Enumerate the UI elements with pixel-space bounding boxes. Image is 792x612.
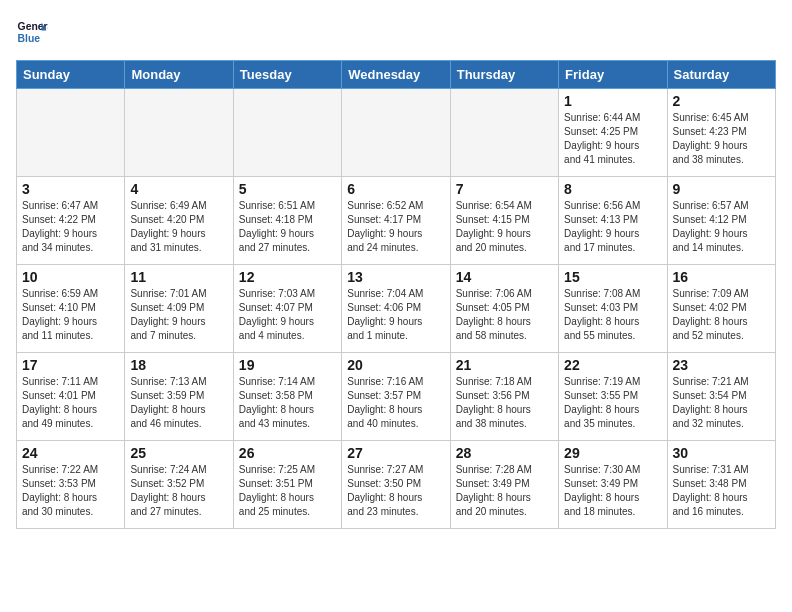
calendar-cell: 13Sunrise: 7:04 AM Sunset: 4:06 PM Dayli… — [342, 265, 450, 353]
calendar-cell: 1Sunrise: 6:44 AM Sunset: 4:25 PM Daylig… — [559, 89, 667, 177]
calendar-week-5: 24Sunrise: 7:22 AM Sunset: 3:53 PM Dayli… — [17, 441, 776, 529]
calendar-cell: 21Sunrise: 7:18 AM Sunset: 3:56 PM Dayli… — [450, 353, 558, 441]
day-info: Sunrise: 7:13 AM Sunset: 3:59 PM Dayligh… — [130, 375, 227, 431]
day-number: 4 — [130, 181, 227, 197]
day-number: 15 — [564, 269, 661, 285]
day-number: 1 — [564, 93, 661, 109]
day-info: Sunrise: 7:09 AM Sunset: 4:02 PM Dayligh… — [673, 287, 770, 343]
day-number: 25 — [130, 445, 227, 461]
calendar-week-4: 17Sunrise: 7:11 AM Sunset: 4:01 PM Dayli… — [17, 353, 776, 441]
day-info: Sunrise: 7:27 AM Sunset: 3:50 PM Dayligh… — [347, 463, 444, 519]
logo: General Blue — [16, 16, 52, 48]
day-number: 11 — [130, 269, 227, 285]
day-number: 29 — [564, 445, 661, 461]
day-number: 12 — [239, 269, 336, 285]
day-info: Sunrise: 7:11 AM Sunset: 4:01 PM Dayligh… — [22, 375, 119, 431]
calendar-cell: 22Sunrise: 7:19 AM Sunset: 3:55 PM Dayli… — [559, 353, 667, 441]
day-number: 23 — [673, 357, 770, 373]
calendar-cell: 20Sunrise: 7:16 AM Sunset: 3:57 PM Dayli… — [342, 353, 450, 441]
svg-text:Blue: Blue — [18, 33, 41, 44]
day-number: 18 — [130, 357, 227, 373]
calendar-cell — [342, 89, 450, 177]
day-number: 6 — [347, 181, 444, 197]
calendar-cell: 26Sunrise: 7:25 AM Sunset: 3:51 PM Dayli… — [233, 441, 341, 529]
day-info: Sunrise: 7:06 AM Sunset: 4:05 PM Dayligh… — [456, 287, 553, 343]
day-number: 3 — [22, 181, 119, 197]
day-info: Sunrise: 7:19 AM Sunset: 3:55 PM Dayligh… — [564, 375, 661, 431]
calendar-cell: 30Sunrise: 7:31 AM Sunset: 3:48 PM Dayli… — [667, 441, 775, 529]
calendar-cell: 17Sunrise: 7:11 AM Sunset: 4:01 PM Dayli… — [17, 353, 125, 441]
day-number: 21 — [456, 357, 553, 373]
calendar-header-saturday: Saturday — [667, 61, 775, 89]
calendar-cell: 27Sunrise: 7:27 AM Sunset: 3:50 PM Dayli… — [342, 441, 450, 529]
calendar-header-sunday: Sunday — [17, 61, 125, 89]
calendar-cell: 14Sunrise: 7:06 AM Sunset: 4:05 PM Dayli… — [450, 265, 558, 353]
calendar-header-friday: Friday — [559, 61, 667, 89]
day-number: 22 — [564, 357, 661, 373]
day-number: 13 — [347, 269, 444, 285]
day-number: 2 — [673, 93, 770, 109]
logo-icon: General Blue — [16, 16, 48, 48]
day-number: 9 — [673, 181, 770, 197]
calendar-cell: 15Sunrise: 7:08 AM Sunset: 4:03 PM Dayli… — [559, 265, 667, 353]
day-number: 30 — [673, 445, 770, 461]
calendar-cell: 19Sunrise: 7:14 AM Sunset: 3:58 PM Dayli… — [233, 353, 341, 441]
day-info: Sunrise: 6:57 AM Sunset: 4:12 PM Dayligh… — [673, 199, 770, 255]
day-info: Sunrise: 7:18 AM Sunset: 3:56 PM Dayligh… — [456, 375, 553, 431]
calendar-cell: 9Sunrise: 6:57 AM Sunset: 4:12 PM Daylig… — [667, 177, 775, 265]
calendar-week-2: 3Sunrise: 6:47 AM Sunset: 4:22 PM Daylig… — [17, 177, 776, 265]
calendar-cell — [17, 89, 125, 177]
day-number: 24 — [22, 445, 119, 461]
day-number: 7 — [456, 181, 553, 197]
day-info: Sunrise: 7:08 AM Sunset: 4:03 PM Dayligh… — [564, 287, 661, 343]
day-info: Sunrise: 7:30 AM Sunset: 3:49 PM Dayligh… — [564, 463, 661, 519]
calendar-table: SundayMondayTuesdayWednesdayThursdayFrid… — [16, 60, 776, 529]
day-info: Sunrise: 6:51 AM Sunset: 4:18 PM Dayligh… — [239, 199, 336, 255]
calendar-cell: 11Sunrise: 7:01 AM Sunset: 4:09 PM Dayli… — [125, 265, 233, 353]
calendar-cell: 10Sunrise: 6:59 AM Sunset: 4:10 PM Dayli… — [17, 265, 125, 353]
day-info: Sunrise: 7:16 AM Sunset: 3:57 PM Dayligh… — [347, 375, 444, 431]
day-info: Sunrise: 7:22 AM Sunset: 3:53 PM Dayligh… — [22, 463, 119, 519]
day-info: Sunrise: 7:03 AM Sunset: 4:07 PM Dayligh… — [239, 287, 336, 343]
calendar-header-monday: Monday — [125, 61, 233, 89]
day-info: Sunrise: 7:21 AM Sunset: 3:54 PM Dayligh… — [673, 375, 770, 431]
calendar-cell — [125, 89, 233, 177]
day-number: 17 — [22, 357, 119, 373]
day-info: Sunrise: 7:01 AM Sunset: 4:09 PM Dayligh… — [130, 287, 227, 343]
page-header: General Blue — [16, 16, 776, 48]
day-info: Sunrise: 7:31 AM Sunset: 3:48 PM Dayligh… — [673, 463, 770, 519]
day-number: 19 — [239, 357, 336, 373]
calendar-header-wednesday: Wednesday — [342, 61, 450, 89]
day-number: 14 — [456, 269, 553, 285]
day-info: Sunrise: 6:49 AM Sunset: 4:20 PM Dayligh… — [130, 199, 227, 255]
calendar-cell: 16Sunrise: 7:09 AM Sunset: 4:02 PM Dayli… — [667, 265, 775, 353]
day-info: Sunrise: 7:28 AM Sunset: 3:49 PM Dayligh… — [456, 463, 553, 519]
calendar-week-3: 10Sunrise: 6:59 AM Sunset: 4:10 PM Dayli… — [17, 265, 776, 353]
calendar-cell: 18Sunrise: 7:13 AM Sunset: 3:59 PM Dayli… — [125, 353, 233, 441]
day-info: Sunrise: 7:14 AM Sunset: 3:58 PM Dayligh… — [239, 375, 336, 431]
day-info: Sunrise: 6:52 AM Sunset: 4:17 PM Dayligh… — [347, 199, 444, 255]
day-info: Sunrise: 6:54 AM Sunset: 4:15 PM Dayligh… — [456, 199, 553, 255]
calendar-cell: 2Sunrise: 6:45 AM Sunset: 4:23 PM Daylig… — [667, 89, 775, 177]
calendar-body: 1Sunrise: 6:44 AM Sunset: 4:25 PM Daylig… — [17, 89, 776, 529]
day-number: 26 — [239, 445, 336, 461]
day-info: Sunrise: 7:04 AM Sunset: 4:06 PM Dayligh… — [347, 287, 444, 343]
calendar-cell: 7Sunrise: 6:54 AM Sunset: 4:15 PM Daylig… — [450, 177, 558, 265]
day-number: 16 — [673, 269, 770, 285]
calendar-cell: 28Sunrise: 7:28 AM Sunset: 3:49 PM Dayli… — [450, 441, 558, 529]
calendar-header-thursday: Thursday — [450, 61, 558, 89]
day-number: 28 — [456, 445, 553, 461]
calendar-cell: 3Sunrise: 6:47 AM Sunset: 4:22 PM Daylig… — [17, 177, 125, 265]
calendar-cell: 23Sunrise: 7:21 AM Sunset: 3:54 PM Dayli… — [667, 353, 775, 441]
day-info: Sunrise: 6:56 AM Sunset: 4:13 PM Dayligh… — [564, 199, 661, 255]
day-number: 27 — [347, 445, 444, 461]
calendar-cell: 29Sunrise: 7:30 AM Sunset: 3:49 PM Dayli… — [559, 441, 667, 529]
calendar-cell: 5Sunrise: 6:51 AM Sunset: 4:18 PM Daylig… — [233, 177, 341, 265]
day-info: Sunrise: 7:25 AM Sunset: 3:51 PM Dayligh… — [239, 463, 336, 519]
day-number: 8 — [564, 181, 661, 197]
day-number: 5 — [239, 181, 336, 197]
calendar-header-row: SundayMondayTuesdayWednesdayThursdayFrid… — [17, 61, 776, 89]
day-info: Sunrise: 6:59 AM Sunset: 4:10 PM Dayligh… — [22, 287, 119, 343]
calendar-cell: 8Sunrise: 6:56 AM Sunset: 4:13 PM Daylig… — [559, 177, 667, 265]
day-info: Sunrise: 7:24 AM Sunset: 3:52 PM Dayligh… — [130, 463, 227, 519]
